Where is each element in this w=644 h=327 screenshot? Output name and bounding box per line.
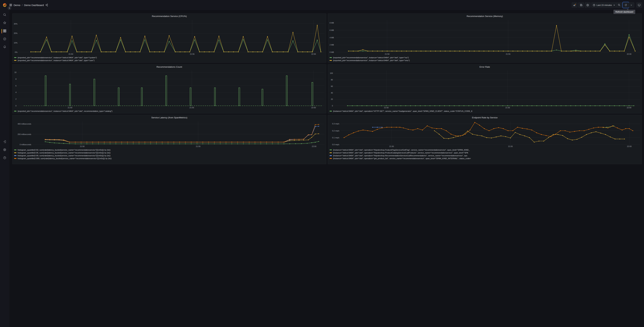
legend-item[interactable]: histogram_quantile(0.50, sum(rate(latenc… [14,148,322,151]
expand-sidebar-button[interactable] [8,6,11,10]
svg-text:2: 2 [16,98,16,100]
legend-item[interactable]: {exported_job="recommendationservice", i… [14,56,322,59]
sidebar-item-starred[interactable] [0,19,10,27]
sidebar-item-dashboards[interactable] [0,27,10,35]
help-icon [3,156,6,160]
legend-item[interactable]: {exported_job="recommendationservice", i… [14,59,322,62]
chart-legend: {exported_job="recommendationservice", i… [12,56,322,62]
dashboards-grid-icon[interactable] [10,4,12,6]
legend-item[interactable]: histogram_quantile(0.999, sum(rate(laten… [14,157,322,160]
sidebar-item-explore[interactable] [0,35,10,43]
breadcrumb-page-title: Demo Dashboard [24,4,44,6]
share-icon[interactable] [45,4,48,6]
panel-recommendations-count: Recommendations Count 21:5021:5522:00024… [12,64,322,114]
bell-icon [3,45,6,49]
breadcrumb-separator: / [22,4,22,6]
svg-text:21:50: 21:50 [68,106,72,108]
sidebar-item-sign-in[interactable] [0,138,10,146]
svg-text:0%: 0% [15,51,18,53]
svg-text:8: 8 [16,78,16,80]
legend-item[interactable]: {exported_job="recommendationservice", i… [14,110,322,112]
svg-text:200 milliseconds: 200 milliseconds [18,133,32,135]
svg-text:10: 10 [14,71,16,73]
legend-series-label: {exported_job="recommendationservice", i… [18,60,94,62]
compass-icon [3,37,6,41]
panel-title-text: Recommendation Service (CPU%) [152,15,187,18]
panel-title[interactable]: Recommendations Count [12,64,322,69]
svg-text:21:55: 21:55 [190,53,194,55]
svg-text:21:55: 21:55 [190,106,194,108]
chart-legend: histogram_quantile(0.50, sum(rate(latenc… [12,148,322,160]
svg-text:22:00: 22:00 [312,145,316,148]
dashboard-canvas: Recommendation Service (CPU%) 21:5021:55… [10,10,322,164]
sign-in-icon [3,140,6,144]
panel-title-text: Service Latency (from SpanMetrics) [151,116,187,119]
legend-series-swatch [14,155,16,156]
svg-text:21:50: 21:50 [68,53,73,55]
svg-text:400 milliseconds: 400 milliseconds [18,123,32,125]
svg-text:4: 4 [16,91,16,93]
panel-service-latency: Service Latency (from SpanMetrics) 21:50… [12,115,322,164]
sidebar-item-settings[interactable] [0,146,10,154]
legend-series-swatch [14,60,16,61]
legend-series-label: histogram_quantile(0.999, sum(rate(laten… [18,158,112,160]
search-icon [3,13,6,17]
chart-plot[interactable]: 21:5021:5522:000%10%20%30% [12,19,322,56]
breadcrumb-section[interactable]: Demo [14,4,20,6]
sidebar-item-search[interactable] [0,11,10,19]
legend-item[interactable]: histogram_quantile(0.95, sum(rate(latenc… [14,151,322,154]
svg-text:0: 0 [16,105,16,107]
svg-text:22:00: 22:00 [311,106,316,108]
legend-item[interactable]: histogram_quantile(0.99, sum(rate(latenc… [14,154,322,157]
chart-plot[interactable]: 21:5021:5522:000246810 [12,69,322,109]
sidebar-item-help[interactable] [0,154,10,162]
legend-series-label: {exported_job="recommendationservice", i… [18,110,112,112]
panel-title-text: Recommendations Count [156,66,182,68]
legend-series-label: histogram_quantile(0.50, sum(rate(latenc… [18,149,110,151]
svg-text:21:50: 21:50 [80,145,84,148]
sidebar-item-alerting[interactable] [0,43,10,51]
chart-legend: {exported_job="recommendationservice", i… [12,109,322,112]
svg-text:21:55: 21:55 [196,145,200,148]
legend-series-label: histogram_quantile(0.99, sum(rate(latenc… [18,154,110,156]
svg-text:0 milliseconds: 0 milliseconds [20,144,32,146]
legend-series-label: {exported_job="recommendationservice", i… [18,56,97,58]
star-icon [3,21,6,25]
legend-series-swatch [14,57,16,58]
svg-text:6: 6 [16,85,16,87]
panel-title[interactable]: Recommendation Service (CPU%) [12,14,322,19]
gear-icon [3,148,6,152]
legend-series-swatch [14,111,16,112]
legend-series-label: histogram_quantile(0.95, sum(rate(latenc… [18,152,110,154]
left-sidebar [0,0,10,164]
panel-recommendation-cpu: Recommendation Service (CPU%) 21:5021:55… [12,14,322,63]
svg-text:10%: 10% [14,42,18,44]
chart-plot[interactable]: 21:5021:5522:000 milliseconds200 millise… [12,120,322,148]
top-nav-bar: Demo / Demo Dashboard [0,0,322,10]
legend-series-swatch [14,150,16,150]
breadcrumb: Demo / Demo Dashboard [10,4,48,6]
svg-text:22:00: 22:00 [311,53,316,55]
dashboards-grid-icon [3,29,6,33]
legend-series-swatch [14,152,16,153]
legend-series-swatch [14,158,16,159]
svg-text:30%: 30% [14,23,18,25]
panel-title[interactable]: Service Latency (from SpanMetrics) [12,115,322,120]
svg-text:20%: 20% [14,32,18,34]
